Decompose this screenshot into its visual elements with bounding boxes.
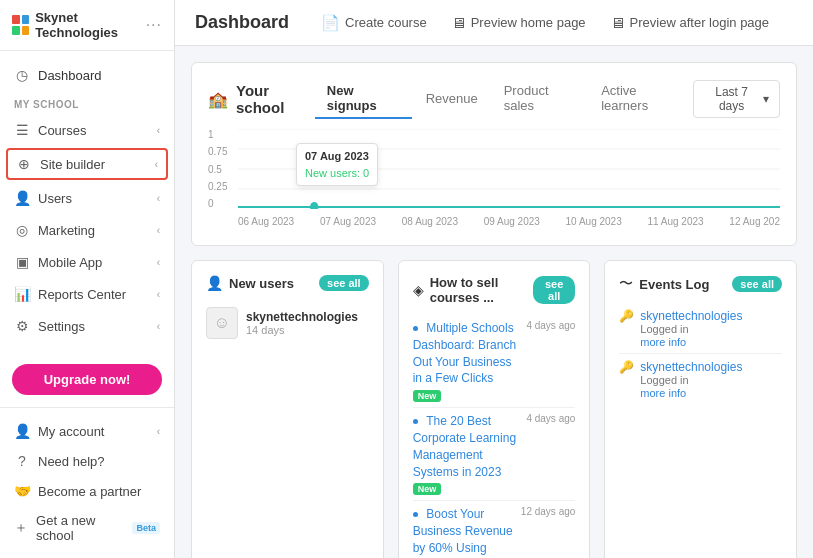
content-area: 🏫 Your school New signups Revenue Produc… bbox=[175, 46, 813, 558]
sidebar-item-mobile-app[interactable]: ▣ Mobile App ‹ bbox=[0, 246, 174, 278]
new-users-title: New users bbox=[229, 276, 294, 291]
tooltip-value: New users: 0 bbox=[305, 165, 369, 182]
marketing-chevron: ‹ bbox=[157, 225, 160, 236]
new-users-panel: 👤 New users see all ☺ skynettechnologies… bbox=[191, 260, 384, 558]
preview-home-button[interactable]: 🖥 Preview home page bbox=[447, 12, 590, 33]
svg-point-5 bbox=[310, 202, 318, 209]
account-chevron: ‹ bbox=[157, 426, 160, 437]
sidebar-item-users[interactable]: 👤 Users ‹ bbox=[0, 182, 174, 214]
partner-icon: 🤝 bbox=[14, 483, 30, 499]
sidebar-item-need-help[interactable]: ? Need help? bbox=[0, 446, 174, 476]
date-filter-label: Last 7 days bbox=[704, 85, 759, 113]
new-school-icon: ＋ bbox=[14, 520, 28, 536]
reports-chevron: ‹ bbox=[157, 289, 160, 300]
sidebar-item-get-new-school[interactable]: ＋ Get a new school Beta bbox=[0, 506, 174, 550]
beta-badge: Beta bbox=[132, 522, 160, 534]
courses-icon: ☰ bbox=[14, 122, 30, 138]
blog-item: Multiple Schools Dashboard: Branch Out Y… bbox=[413, 315, 576, 408]
event-user[interactable]: skynettechnologies bbox=[640, 309, 742, 323]
user-name: skynettechnologies bbox=[246, 310, 358, 324]
courses-chevron: ‹ bbox=[157, 125, 160, 136]
sidebar-courses-label: Courses bbox=[38, 123, 86, 138]
sidebar-users-label: Users bbox=[38, 191, 72, 206]
sidebar-item-my-account[interactable]: 👤 My account ‹ bbox=[0, 416, 174, 446]
preview-login-label: Preview after login page bbox=[630, 15, 769, 30]
events-see-all[interactable]: see all bbox=[732, 276, 782, 292]
event-item: 🔑 skynettechnologies Logged in more info bbox=[619, 303, 782, 354]
school-icon: 🏫 bbox=[208, 90, 228, 109]
sidebar-item-courses[interactable]: ☰ Courses ‹ bbox=[0, 114, 174, 146]
settings-icon: ⚙ bbox=[14, 318, 30, 334]
events-log-panel: 〜 Events Log see all 🔑 skynettechnologie… bbox=[604, 260, 797, 558]
sidebar-item-dashboard[interactable]: ◷ Dashboard bbox=[0, 59, 174, 91]
sell-courses-icon: ◈ bbox=[413, 282, 424, 298]
new-users-see-all[interactable]: see all bbox=[319, 275, 369, 291]
sidebar-menu-icon[interactable]: ··· bbox=[146, 16, 162, 34]
preview-login-button[interactable]: 🖥 Preview after login page bbox=[606, 12, 773, 33]
event-item: 🔑 skynettechnologies Logged in more info bbox=[619, 354, 782, 404]
create-course-label: Create course bbox=[345, 15, 427, 30]
blog-days: 4 days ago bbox=[526, 413, 575, 424]
nav-section-label: MY SCHOOL bbox=[0, 91, 174, 114]
reports-icon: 📊 bbox=[14, 286, 30, 302]
preview-home-label: Preview home page bbox=[471, 15, 586, 30]
event-action: Logged in bbox=[640, 374, 742, 386]
chart-area: 1 0.75 0.5 0.25 0 bbox=[208, 129, 780, 229]
sidebar-logo: Skynet Technologies bbox=[12, 10, 146, 40]
chart-x-labels: 06 Aug 2023 07 Aug 2023 08 Aug 2023 09 A… bbox=[238, 216, 780, 227]
preview-login-icon: 🖥 bbox=[610, 14, 625, 31]
how-to-sell-title: How to sell courses ... bbox=[430, 275, 533, 305]
sidebar-mobile-label: Mobile App bbox=[38, 255, 102, 270]
tab-revenue[interactable]: Revenue bbox=[414, 87, 490, 112]
sidebar-header: Skynet Technologies ··· bbox=[0, 0, 174, 51]
tab-active-learners[interactable]: Active learners bbox=[589, 79, 691, 119]
sidebar-bottom: 👤 My account ‹ ? Need help? 🤝 Become a p… bbox=[0, 407, 174, 558]
site-builder-chevron: ‹ bbox=[155, 159, 158, 170]
user-item: ☺ skynettechnologies 14 days bbox=[206, 301, 369, 345]
account-icon: 👤 bbox=[14, 423, 30, 439]
create-course-icon: 📄 bbox=[321, 14, 340, 32]
events-icon: 〜 bbox=[619, 275, 633, 293]
main-content: Dashboard 📄 Create course 🖥 Preview home… bbox=[175, 0, 813, 558]
blog-dot bbox=[413, 326, 418, 331]
sidebar-item-site-builder[interactable]: ⊕ Site builder ‹ bbox=[6, 148, 168, 180]
new-users-header: 👤 New users see all bbox=[206, 275, 369, 291]
users-icon: 👤 bbox=[14, 190, 30, 206]
tab-product-sales[interactable]: Product sales bbox=[492, 79, 587, 119]
sidebar: Skynet Technologies ··· ◷ Dashboard MY S… bbox=[0, 0, 175, 558]
sidebar-item-become-partner[interactable]: 🤝 Become a partner bbox=[0, 476, 174, 506]
mobile-app-icon: ▣ bbox=[14, 254, 30, 270]
create-course-button[interactable]: 📄 Create course bbox=[317, 12, 431, 34]
blog-link[interactable]: Boost Your Business Revenue by 60% Using… bbox=[413, 507, 513, 558]
sidebar-brand: Skynet Technologies bbox=[35, 10, 146, 40]
key-icon: 🔑 bbox=[619, 309, 634, 323]
user-days: 14 days bbox=[246, 324, 358, 336]
events-list: 🔑 skynettechnologies Logged in more info… bbox=[619, 303, 782, 404]
dashboard-icon: ◷ bbox=[14, 67, 30, 83]
events-log-title: Events Log bbox=[639, 277, 709, 292]
become-partner-label: Become a partner bbox=[38, 484, 141, 499]
topbar: Dashboard 📄 Create course 🖥 Preview home… bbox=[175, 0, 813, 46]
event-user[interactable]: skynettechnologies bbox=[640, 360, 742, 374]
key-icon: 🔑 bbox=[619, 360, 634, 374]
upgrade-button[interactable]: Upgrade now! bbox=[12, 364, 162, 395]
sidebar-item-marketing[interactable]: ◎ Marketing ‹ bbox=[0, 214, 174, 246]
event-more-link[interactable]: more info bbox=[640, 387, 742, 399]
sidebar-item-settings[interactable]: ⚙ Settings ‹ bbox=[0, 310, 174, 342]
sidebar-item-reports-center[interactable]: 📊 Reports Center ‹ bbox=[0, 278, 174, 310]
blog-days: 4 days ago bbox=[526, 320, 575, 331]
how-to-sell-see-all[interactable]: see all bbox=[533, 276, 575, 304]
tab-new-signups[interactable]: New signups bbox=[315, 79, 412, 119]
blog-link[interactable]: Multiple Schools Dashboard: Branch Out Y… bbox=[413, 321, 516, 385]
events-log-header: 〜 Events Log see all bbox=[619, 275, 782, 293]
settings-chevron: ‹ bbox=[157, 321, 160, 332]
event-more-link[interactable]: more info bbox=[640, 336, 742, 348]
users-chevron: ‹ bbox=[157, 193, 160, 204]
blog-days: 12 days ago bbox=[521, 506, 576, 517]
date-filter-button[interactable]: Last 7 days ▾ bbox=[693, 80, 780, 118]
blog-dot bbox=[413, 419, 418, 424]
how-to-sell-header: ◈ How to sell courses ... see all bbox=[413, 275, 576, 305]
preview-home-icon: 🖥 bbox=[451, 14, 466, 31]
blog-link[interactable]: The 20 Best Corporate Learning Managemen… bbox=[413, 414, 516, 478]
chart-y-labels: 1 0.75 0.5 0.25 0 bbox=[208, 129, 227, 209]
